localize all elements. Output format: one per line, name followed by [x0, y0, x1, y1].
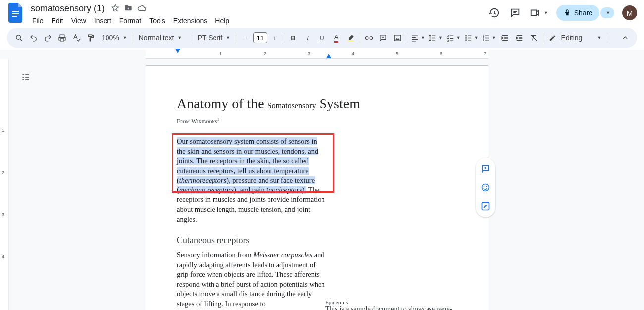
menu-tools[interactable]: Tools [146, 15, 169, 27]
svg-rect-1 [348, 40, 354, 41]
right-indent-handle[interactable] [326, 54, 331, 58]
titlebar: somatosensory (1) File Edit View Insert … [0, 0, 644, 28]
menubar: File Edit View Insert Format Tools Exten… [29, 15, 233, 27]
document-heading[interactable]: Anatomy of the Somatosensory System [177, 96, 457, 112]
svg-rect-2 [395, 35, 401, 40]
svg-point-9 [482, 184, 489, 191]
line-spacing-button[interactable]: ▼ [427, 31, 444, 45]
collapse-toolbar-button[interactable] [618, 31, 632, 45]
ruler-tick: 4 [352, 51, 354, 56]
spellcheck-icon[interactable] [69, 31, 83, 45]
share-dropdown[interactable]: ▼ [600, 7, 614, 18]
bulleted-list-button[interactable]: ▼ [463, 31, 480, 45]
align-button[interactable]: ▼ [409, 31, 427, 45]
emoji-reaction-icon[interactable] [479, 181, 492, 194]
menu-extensions[interactable]: Extensions [170, 15, 211, 27]
share-label: Share [574, 9, 592, 17]
insert-comment-button[interactable] [376, 31, 390, 45]
font-family-value: PT Serif [198, 34, 222, 42]
print-icon[interactable] [55, 31, 69, 45]
account-avatar[interactable]: M [622, 5, 637, 20]
svg-point-0 [16, 35, 20, 39]
title-subscript: Somatosensory [268, 101, 316, 110]
font-family-dropdown[interactable]: PT Serif▼ [194, 31, 234, 45]
left-indent-handle[interactable] [175, 49, 180, 53]
document-paragraph[interactable]: Sensory information from Meissner corpus… [177, 250, 325, 309]
text-color-button[interactable]: A [329, 31, 343, 45]
document-column-2[interactable]: Epidermis This is a sample document to s… [325, 299, 454, 310]
svg-point-4 [465, 37, 467, 39]
highlight-color-button[interactable] [344, 31, 358, 45]
svg-point-3 [465, 35, 467, 36]
comments-icon[interactable] [509, 6, 522, 19]
editing-mode-value: Editing [561, 34, 583, 42]
page[interactable]: Anatomy of the Somatosensory System From… [146, 65, 488, 310]
title-text: Anatomy of the [177, 96, 268, 111]
move-icon[interactable] [124, 4, 132, 13]
share-button[interactable]: Share [556, 5, 599, 21]
document-subheading[interactable]: Cutaneous receptors [177, 235, 457, 246]
menu-insert[interactable]: Insert [91, 15, 115, 27]
undo-icon[interactable] [26, 31, 40, 45]
meet-button[interactable]: ▼ [530, 7, 548, 18]
increase-indent-button[interactable] [513, 31, 527, 45]
insert-link-button[interactable] [362, 31, 376, 45]
font-size-input[interactable] [253, 32, 267, 43]
vertical-ruler[interactable]: 1 2 3 4 [0, 59, 9, 310]
clear-formatting-button[interactable] [527, 31, 541, 45]
editing-mode-dropdown[interactable]: Editing▼ [545, 31, 605, 45]
star-icon[interactable] [111, 4, 119, 13]
bold-button[interactable]: B [286, 31, 300, 45]
toolbar: 100%▼ Normal text▼ PT Serif▼ − + B I U A… [7, 28, 637, 48]
ruler-tick: 5 [396, 51, 398, 56]
ruler-tick: 7 [484, 51, 486, 56]
docs-logo-icon[interactable] [7, 4, 25, 22]
paint-format-icon[interactable] [84, 31, 98, 45]
zoom-dropdown[interactable]: 100%▼ [98, 31, 131, 45]
svg-point-11 [486, 186, 487, 187]
decrease-font-size-button[interactable]: − [238, 31, 252, 45]
search-menus-icon[interactable] [12, 31, 26, 45]
document-source-line[interactable]: From Wikibooks1 [177, 117, 457, 125]
ruler-tick: 2 [264, 51, 266, 56]
numbered-list-button[interactable]: 123▼ [481, 31, 498, 45]
document-title[interactable]: somatosensory (1) [29, 3, 107, 14]
menu-file[interactable]: File [29, 15, 47, 27]
title-stack: somatosensory (1) File Edit View Insert … [29, 3, 233, 27]
paragraph-style-dropdown[interactable]: Normal text▼ [135, 31, 190, 45]
zoom-value: 100% [102, 34, 119, 42]
selected-text: Our somatosensory system consists of sen… [177, 137, 318, 194]
checklist-button[interactable]: ▼ [445, 31, 462, 45]
svg-point-10 [484, 186, 485, 187]
menu-view[interactable]: View [68, 15, 90, 27]
titlebar-actions: ▼ Share ▼ M [488, 5, 637, 21]
svg-point-5 [465, 39, 467, 41]
paragraph-style-value: Normal text [139, 34, 174, 42]
document-paragraph[interactable]: Our somatosensory system consists of sen… [177, 137, 325, 224]
ruler-tick: 3 [308, 51, 310, 56]
menu-edit[interactable]: Edit [48, 15, 67, 27]
document-canvas[interactable]: Anatomy of the Somatosensory System From… [9, 59, 644, 310]
svg-text:3: 3 [483, 38, 484, 41]
underline-button[interactable]: U [315, 31, 329, 45]
insert-image-button[interactable] [391, 31, 405, 45]
comment-rail [476, 158, 495, 217]
ruler-tick: 1 [219, 51, 222, 56]
ruler-tick: 6 [440, 51, 442, 56]
italic-button[interactable]: I [301, 31, 315, 45]
horizontal-ruler[interactable]: 1 2 3 4 5 6 7 [0, 50, 644, 59]
suggest-edits-icon[interactable] [479, 199, 492, 213]
add-comment-icon[interactable] [479, 162, 492, 176]
menu-help[interactable]: Help [212, 15, 233, 27]
paragraph-text: This is a sample document to showcase pa… [325, 305, 454, 310]
figure-caption: Epidermis [325, 299, 454, 305]
menu-format[interactable]: Format [116, 15, 145, 27]
redo-icon[interactable] [41, 31, 54, 45]
title-text: System [316, 96, 360, 111]
increase-font-size-button[interactable]: + [268, 31, 282, 45]
decrease-indent-button[interactable] [498, 31, 512, 45]
cloud-status-icon[interactable] [137, 4, 146, 13]
history-icon[interactable] [488, 6, 501, 19]
